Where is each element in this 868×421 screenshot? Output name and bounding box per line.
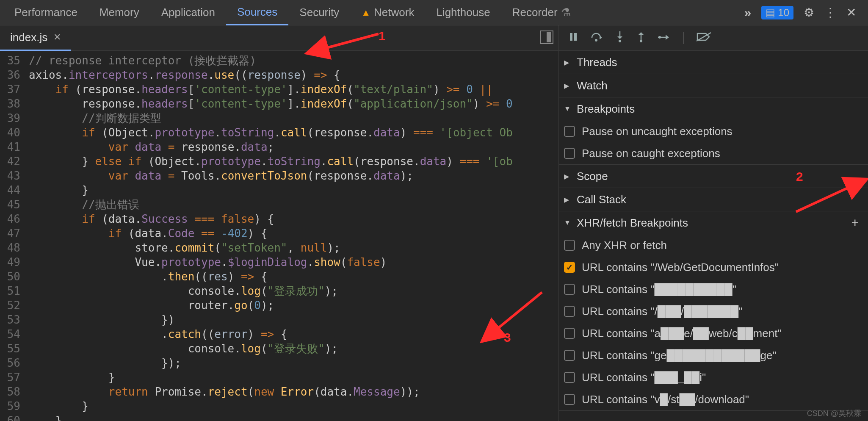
pause-uncaught-checkbox[interactable]: Pause on uncaught exceptions [559, 120, 868, 142]
svg-rect-1 [574, 33, 577, 41]
chevron-right-icon: ▶ [564, 172, 572, 180]
section-callstack[interactable]: ▶Call Stack [559, 188, 868, 211]
xhr-breakpoint-item[interactable]: Any XHR or fetch [559, 234, 868, 256]
step-into-icon[interactable] [616, 31, 624, 45]
xhr-breakpoint-label: URL contains "/Web/GetDocumentInfos" [582, 261, 779, 274]
kebab-icon[interactable]: ⋮ [824, 6, 836, 19]
tab-sources[interactable]: Sources [226, 0, 288, 25]
close-icon[interactable]: ✕ [53, 32, 61, 43]
section-breakpoints[interactable]: ▼Breakpoints [559, 97, 868, 120]
checkbox-icon [564, 372, 575, 383]
xhr-breakpoint-item[interactable]: URL contains "a███e/██web/c██ment" [559, 322, 868, 344]
xhr-breakpoint-label: URL contains "a███e/██web/c██ment" [582, 327, 782, 340]
checkbox-icon [564, 240, 575, 251]
warning-icon: ▲ [361, 7, 370, 18]
xhr-breakpoint-item[interactable]: URL contains "██████████" [559, 278, 868, 300]
section-xhr-breakpoints[interactable]: ▼XHR/fetch Breakpoints+ [559, 211, 868, 234]
watermark: CSDN @吴秋霖 [807, 408, 861, 418]
close-icon[interactable]: ✕ [846, 6, 856, 19]
pause-icon[interactable] [568, 32, 578, 44]
xhr-breakpoint-item[interactable]: URL contains "███_██i" [559, 366, 868, 388]
xhr-breakpoint-label: URL contains "v█/st██/download" [582, 393, 749, 406]
toolbar-separator [683, 32, 684, 44]
xhr-breakpoint-item[interactable]: URL contains "v█/st██/download" [559, 388, 868, 410]
xhr-breakpoint-label: Any XHR or fetch [582, 239, 667, 252]
code-editor[interactable]: 3536373839404142434445464748495051525354… [0, 51, 558, 421]
more-tabs-icon[interactable]: » [744, 6, 752, 20]
issues-icon: ▤ [766, 7, 775, 19]
chevron-down-icon: ▼ [564, 219, 572, 227]
file-tab-indexjs[interactable]: index.js ✕ [0, 25, 71, 51]
checkbox-icon [564, 126, 575, 137]
debugger-toolbar [559, 25, 868, 51]
chevron-right-icon: ▶ [564, 82, 572, 90]
svg-point-8 [658, 36, 661, 39]
xhr-breakpoint-label: URL contains "██████████" [582, 283, 736, 296]
chevron-right-icon: ▶ [564, 58, 572, 66]
tab-network[interactable]: ▲Network [350, 0, 425, 25]
deactivate-breakpoints-icon[interactable] [697, 32, 711, 44]
chevron-right-icon: ▶ [564, 196, 572, 204]
step-out-icon[interactable] [637, 31, 645, 45]
file-tab-label: index.js [10, 31, 47, 44]
gear-icon[interactable]: ⚙ [804, 6, 814, 19]
checkbox-icon [564, 306, 575, 317]
checkbox-icon [564, 328, 575, 339]
checkbox-icon [564, 262, 575, 273]
xhr-breakpoint-label: URL contains "ge████████████ge" [582, 349, 777, 362]
xhr-breakpoint-item[interactable]: URL contains "ge████████████ge" [559, 344, 868, 366]
svg-rect-0 [570, 33, 572, 41]
tab-memory[interactable]: Memory [88, 0, 150, 25]
panel-tabs: Performance Memory Application Sources S… [0, 0, 868, 25]
tab-security[interactable]: Security [288, 0, 350, 25]
issues-counter[interactable]: ▤10 [761, 6, 793, 19]
step-icon[interactable] [658, 32, 671, 44]
xhr-breakpoint-label: URL contains "███_██i" [582, 371, 706, 384]
checkbox-icon [564, 350, 575, 361]
xhr-breakpoint-item[interactable]: URL contains "/███/███████" [559, 300, 868, 322]
xhr-breakpoint-item[interactable]: URL contains "/Web/GetDocumentInfos" [559, 256, 868, 278]
checkbox-icon [564, 148, 575, 159]
step-over-icon[interactable] [591, 32, 603, 44]
svg-point-2 [595, 39, 597, 42]
flask-icon: ⚗ [561, 6, 571, 19]
svg-point-6 [640, 40, 642, 42]
code-content: // response interceptor (接收拦截器)axios.int… [25, 51, 558, 421]
chevron-down-icon: ▼ [564, 105, 572, 113]
tab-recorder[interactable]: Recorder⚗ [501, 0, 582, 25]
line-gutter: 3536373839404142434445464748495051525354… [0, 51, 25, 421]
svg-point-4 [619, 40, 621, 42]
section-watch[interactable]: ▶Watch [559, 74, 868, 97]
pause-caught-checkbox[interactable]: Pause on caught exceptions [559, 142, 868, 164]
file-tabs: index.js ✕ [0, 25, 558, 51]
section-scope[interactable]: ▶Scope [559, 165, 868, 188]
tab-performance[interactable]: Performance [3, 0, 88, 25]
xhr-breakpoint-label: URL contains "/███/███████" [582, 305, 742, 318]
tab-lighthouse[interactable]: Lighthouse [425, 0, 501, 25]
checkbox-icon [564, 394, 575, 405]
section-threads[interactable]: ▶Threads [559, 51, 868, 74]
checkbox-icon [564, 284, 575, 295]
add-xhr-breakpoint-button[interactable]: + [847, 216, 863, 230]
toggle-navigator-icon[interactable] [540, 30, 553, 44]
tab-application[interactable]: Application [150, 0, 226, 25]
